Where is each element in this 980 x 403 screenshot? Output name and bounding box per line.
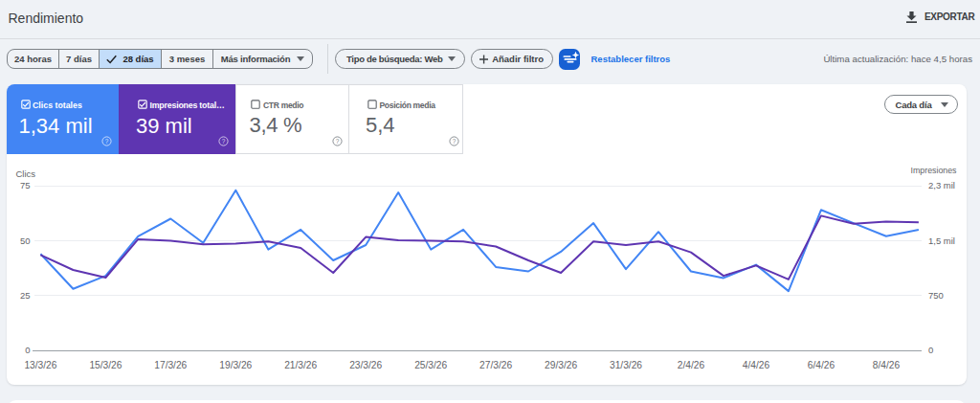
svg-text:31/3/26: 31/3/26	[610, 360, 642, 370]
svg-text:13/3/26: 13/3/26	[24, 360, 56, 370]
svg-text:Clics: Clics	[16, 168, 36, 179]
svg-text:2/4/26: 2/4/26	[678, 360, 705, 370]
svg-text:23/3/26: 23/3/26	[349, 360, 382, 370]
svg-text:8/4/26: 8/4/26	[873, 360, 901, 370]
svg-text:2,3 mil: 2,3 mil	[928, 180, 955, 190]
svg-text:17/3/26: 17/3/26	[154, 360, 187, 370]
svg-text:75: 75	[20, 180, 31, 190]
svg-text:Impresiones: Impresiones	[911, 166, 958, 175]
svg-text:25: 25	[20, 290, 31, 301]
svg-text:0: 0	[25, 345, 30, 355]
svg-text:19/3/26: 19/3/26	[219, 360, 252, 370]
svg-text:25/3/26: 25/3/26	[414, 360, 447, 370]
svg-text:21/3/26: 21/3/26	[284, 360, 317, 370]
svg-text:50: 50	[20, 235, 31, 246]
svg-text:29/3/26: 29/3/26	[545, 360, 577, 370]
svg-text:6/4/26: 6/4/26	[808, 360, 835, 370]
svg-text:27/3/26: 27/3/26	[479, 360, 512, 370]
svg-text:750: 750	[928, 290, 944, 301]
svg-text:1,5 mil: 1,5 mil	[928, 235, 955, 246]
svg-text:15/3/26: 15/3/26	[89, 360, 122, 370]
svg-text:4/4/26: 4/4/26	[743, 360, 770, 370]
svg-text:0: 0	[928, 345, 933, 355]
